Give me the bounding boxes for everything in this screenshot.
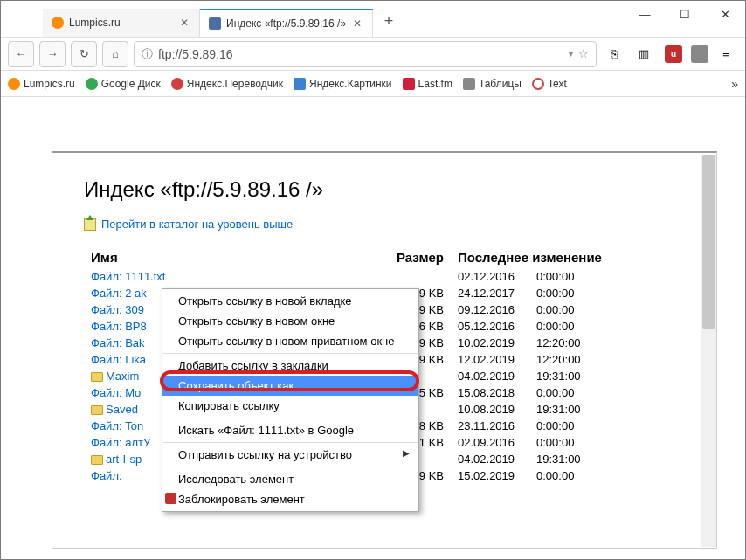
ublock-icon [165,493,176,504]
bookmark-ytranslate[interactable]: Яндекс.Переводчик [171,78,283,90]
file-date: 02.12.2016 [451,268,529,285]
file-date: 15.02.2019 [451,467,529,484]
folder-icon [91,405,103,415]
bookmark-icon [8,78,20,90]
col-name: Имя [84,246,372,268]
address-bar[interactable]: ⓘ ▾ ☆ [134,41,597,67]
close-icon[interactable]: ✕ [351,17,363,30]
bookmark-label: Last.fm [418,78,452,90]
file-date: 24.12.2017 [451,285,529,301]
tab-lumpics[interactable]: Lumpics.ru ✕ [43,9,200,37]
menu-item[interactable]: Добавить ссылку в закладки [162,356,418,376]
nav-toolbar: ← → ↻ ⌂ ⓘ ▾ ☆ ⎘ ▥ u ≡ [1,38,745,71]
menu-separator [163,353,418,354]
file-date: 12.02.2019 [451,351,529,368]
file-time: 0:00:00 [529,418,685,434]
bookmarks-bar: Lumpics.ru Google Диск Яндекс.Переводчик… [1,71,745,97]
window-controls: — ☐ ✕ [625,1,745,27]
tab-label: Lumpics.ru [69,17,121,29]
dropdown-icon[interactable]: ▾ [569,49,573,59]
home-button[interactable]: ⌂ [102,41,128,67]
bookmark-icon [86,78,98,90]
page-title: Индекс «ftp://5.9.89.16 /» [84,177,685,202]
star-icon[interactable]: ☆ [578,47,589,60]
file-time: 0:00:00 [529,384,685,401]
submenu-arrow-icon: ▶ [403,448,410,458]
file-time: 19:31:00 [529,451,685,467]
menu-item[interactable]: Заблокировать элемент [162,489,418,509]
menu-item[interactable]: Копировать ссылку [162,396,418,416]
menu-item[interactable]: Сохранить объект как... [162,376,418,396]
ublock-button[interactable]: u [661,42,686,66]
reload-button[interactable]: ↻ [71,41,97,67]
file-date: 10.08.2019 [451,401,529,418]
folder-icon [91,455,103,465]
menu-item[interactable]: Открыть ссылку в новой вкладке [162,291,418,311]
bookmark-icon [532,78,544,90]
tab-ftp-index[interactable]: Индекс «ftp://5.9.89.16 /» ✕ [200,9,373,37]
bookmark-icon [403,78,415,90]
folder-icon [91,372,103,382]
menu-item[interactable]: Исследовать элемент [162,469,418,489]
close-button[interactable]: ✕ [705,1,745,27]
menu-item[interactable]: Открыть ссылку в новом приватном окне [162,331,418,351]
col-size: Размер [372,246,451,268]
close-icon[interactable]: ✕ [178,17,190,29]
library-button[interactable]: ⎘ [602,42,626,66]
menu-item[interactable]: Отправить ссылку на устройство▶ [162,445,418,465]
file-size [372,268,451,285]
bookmark-label: Google Диск [101,78,161,90]
bookmark-icon [294,78,306,90]
file-date: 04.02.2019 [451,451,529,467]
bookmark-label: Таблицы [479,78,522,90]
bookmark-label: Яндекс.Переводчик [187,78,283,90]
menu-item[interactable]: Искать «Файл: 1111.txt» в Google [162,420,418,440]
info-icon[interactable]: ⓘ [142,46,153,62]
bookmark-yimages[interactable]: Яндекс.Картинки [294,78,392,90]
vertical-scrollbar[interactable] [701,155,716,547]
bookmarks-overflow[interactable]: » [731,77,738,91]
menu-separator [163,467,418,467]
file-time: 19:31:00 [529,401,685,418]
forward-button[interactable]: → [39,41,66,67]
sidebar-button[interactable]: ▥ [632,42,656,66]
file-date: 05.12.2016 [451,318,529,335]
file-date: 02.09.2016 [451,434,529,451]
maximize-button[interactable]: ☐ [665,1,705,27]
new-tab-button[interactable]: + [376,9,401,33]
favicon-icon [209,17,221,30]
file-time: 0:00:00 [529,467,685,484]
context-menu: Открыть ссылку в новой вкладкеОткрыть сс… [162,288,419,512]
file-time: 0:00:00 [529,301,685,318]
extension-button[interactable] [691,45,708,63]
up-link-label: Перейти в каталог на уровень выше [101,218,293,231]
back-button[interactable]: ← [8,41,34,67]
up-directory-link[interactable]: Перейти в каталог на уровень выше [84,218,685,231]
file-time: 19:31:00 [529,368,685,384]
table-row: Файл: 1111.txt02.12.20160:00:00 [84,268,685,285]
scroll-thumb[interactable] [702,155,715,329]
bookmark-gdrive[interactable]: Google Диск [86,78,161,90]
file-time: 0:00:00 [529,318,685,335]
file-date: 04.02.2019 [451,368,529,384]
bookmark-label: Lumpics.ru [24,78,75,90]
bookmark-lastfm[interactable]: Last.fm [403,78,452,90]
file-date: 15.08.2018 [451,384,529,401]
minimize-button[interactable]: — [625,1,665,27]
window-titlebar: Lumpics.ru ✕ Индекс «ftp://5.9.89.16 /» … [1,1,745,38]
up-folder-icon [84,218,96,231]
bookmark-text[interactable]: Text [532,78,567,90]
file-time: 0:00:00 [529,285,685,301]
file-time: 12:20:00 [529,335,685,351]
bookmark-tables[interactable]: Таблицы [463,78,522,90]
menu-button[interactable]: ≡ [714,42,738,66]
url-input[interactable] [158,47,563,61]
menu-item[interactable]: Открыть ссылку в новом окне [162,311,418,331]
file-time: 0:00:00 [529,268,685,285]
bookmark-lumpics[interactable]: Lumpics.ru [8,78,75,90]
menu-separator [163,418,418,418]
bookmark-icon [171,78,183,90]
tab-strip: Lumpics.ru ✕ Индекс «ftp://5.9.89.16 /» … [43,9,401,37]
favicon-icon [52,17,64,29]
file-link[interactable]: Файл: 1111.txt [84,268,372,285]
